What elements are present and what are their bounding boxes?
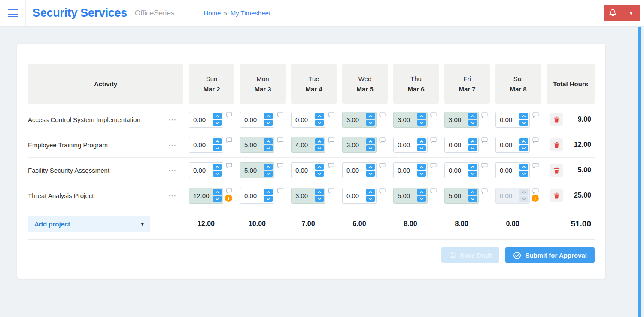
breadcrumb-home-link[interactable]: Home <box>204 9 221 17</box>
comment-icon[interactable] <box>277 163 283 168</box>
decrement-button[interactable] <box>213 196 222 202</box>
comment-icon[interactable] <box>379 163 386 168</box>
increment-button[interactable] <box>315 164 324 170</box>
hours-input[interactable]: 5.00 <box>240 162 274 178</box>
hours-input[interactable]: 0.00 <box>189 112 223 128</box>
comment-icon[interactable] <box>481 163 488 168</box>
increment-button[interactable] <box>417 164 426 170</box>
increment-button[interactable] <box>366 113 375 119</box>
increment-button[interactable] <box>519 164 528 170</box>
increment-button[interactable] <box>213 164 222 170</box>
hours-input[interactable]: 0.00 <box>444 162 479 178</box>
increment-button[interactable] <box>468 189 477 195</box>
comment-icon[interactable] <box>532 163 539 168</box>
decrement-button[interactable] <box>417 196 426 202</box>
comment-icon[interactable] <box>430 163 437 168</box>
comment-icon[interactable] <box>430 188 437 194</box>
row-menu-icon[interactable]: ⋯ <box>168 141 177 149</box>
hours-input[interactable]: 3.00 <box>291 188 325 204</box>
comment-icon[interactable] <box>532 137 539 143</box>
increment-button[interactable] <box>366 138 375 144</box>
decrement-button[interactable] <box>213 120 222 126</box>
user-menu-button[interactable]: ▾ <box>622 5 640 21</box>
hours-input[interactable]: 0.00 <box>240 112 274 128</box>
decrement-button[interactable] <box>315 145 324 151</box>
comment-icon[interactable] <box>430 137 437 143</box>
hours-input[interactable]: 3.00 <box>342 112 377 128</box>
increment-button[interactable] <box>417 189 426 195</box>
hours-input[interactable]: 0.00 <box>240 188 274 204</box>
hours-input[interactable]: 0.00 <box>342 188 377 204</box>
increment-button[interactable] <box>519 138 528 144</box>
breadcrumb-current-link[interactable]: My Timesheet <box>231 9 270 17</box>
hours-input[interactable]: 5.00 <box>393 188 428 204</box>
hours-input[interactable]: 0.00 <box>189 137 223 153</box>
comment-icon[interactable] <box>277 112 283 118</box>
increment-button[interactable] <box>315 189 324 195</box>
save-draft-button[interactable]: Save Draft <box>441 247 499 263</box>
decrement-button[interactable] <box>366 196 375 202</box>
increment-button[interactable] <box>264 164 273 170</box>
decrement-button[interactable] <box>366 171 375 177</box>
decrement-button[interactable] <box>213 145 222 151</box>
scrollbar-thumb[interactable] <box>638 27 641 317</box>
hours-input[interactable]: 3.00 <box>342 137 377 153</box>
hours-input[interactable]: 12.00 <box>189 188 223 204</box>
add-project-dropdown[interactable]: Add project ▾ <box>28 216 150 232</box>
hours-input[interactable]: 3.00 <box>444 112 479 128</box>
hours-input[interactable]: 0.00 <box>495 112 530 128</box>
increment-button[interactable] <box>264 138 273 144</box>
increment-button[interactable] <box>213 138 222 144</box>
comment-icon[interactable] <box>277 188 283 194</box>
increment-button[interactable] <box>315 138 324 144</box>
comment-icon[interactable] <box>328 112 334 118</box>
decrement-button[interactable] <box>519 196 528 202</box>
decrement-button[interactable] <box>519 120 528 126</box>
row-menu-icon[interactable]: ⋯ <box>168 166 177 174</box>
comment-icon[interactable] <box>379 112 386 118</box>
increment-button[interactable] <box>264 113 273 119</box>
increment-button[interactable] <box>213 189 222 195</box>
delete-row-button[interactable] <box>550 164 563 177</box>
decrement-button[interactable] <box>366 145 375 151</box>
decrement-button[interactable] <box>213 171 222 177</box>
comment-icon[interactable] <box>532 188 539 194</box>
hours-input[interactable]: 0.00 <box>291 162 325 178</box>
decrement-button[interactable] <box>417 171 426 177</box>
delete-row-button[interactable] <box>550 138 563 151</box>
comment-icon[interactable] <box>532 112 539 118</box>
decrement-button[interactable] <box>264 145 273 151</box>
comment-icon[interactable] <box>226 112 232 118</box>
decrement-button[interactable] <box>468 196 477 202</box>
hours-input[interactable]: 0.00 <box>342 162 377 178</box>
decrement-button[interactable] <box>417 120 426 126</box>
decrement-button[interactable] <box>519 145 528 151</box>
decrement-button[interactable] <box>264 171 273 177</box>
comment-icon[interactable] <box>328 137 334 143</box>
comment-icon[interactable] <box>226 188 232 194</box>
row-menu-icon[interactable]: ⋯ <box>168 116 177 124</box>
increment-button[interactable] <box>417 113 426 119</box>
decrement-button[interactable] <box>264 196 273 202</box>
decrement-button[interactable] <box>468 120 477 126</box>
decrement-button[interactable] <box>468 171 477 177</box>
increment-button[interactable] <box>519 189 528 195</box>
hours-input[interactable]: 0.00 <box>444 137 479 153</box>
decrement-button[interactable] <box>366 120 375 126</box>
comment-icon[interactable] <box>379 137 386 143</box>
notifications-button[interactable] <box>604 5 622 21</box>
decrement-button[interactable] <box>315 171 324 177</box>
hours-input[interactable]: 3.00 <box>393 112 428 128</box>
decrement-button[interactable] <box>315 196 324 202</box>
increment-button[interactable] <box>417 138 426 144</box>
hours-input[interactable]: 5.00 <box>240 137 274 153</box>
hours-input[interactable]: 0.00 <box>189 162 223 178</box>
increment-button[interactable] <box>468 113 477 119</box>
increment-button[interactable] <box>468 138 477 144</box>
delete-row-button[interactable] <box>550 113 563 126</box>
comment-icon[interactable] <box>379 188 386 194</box>
comment-icon[interactable] <box>328 188 334 194</box>
decrement-button[interactable] <box>519 171 528 177</box>
hamburger-menu-icon[interactable] <box>0 0 26 26</box>
increment-button[interactable] <box>519 113 528 119</box>
